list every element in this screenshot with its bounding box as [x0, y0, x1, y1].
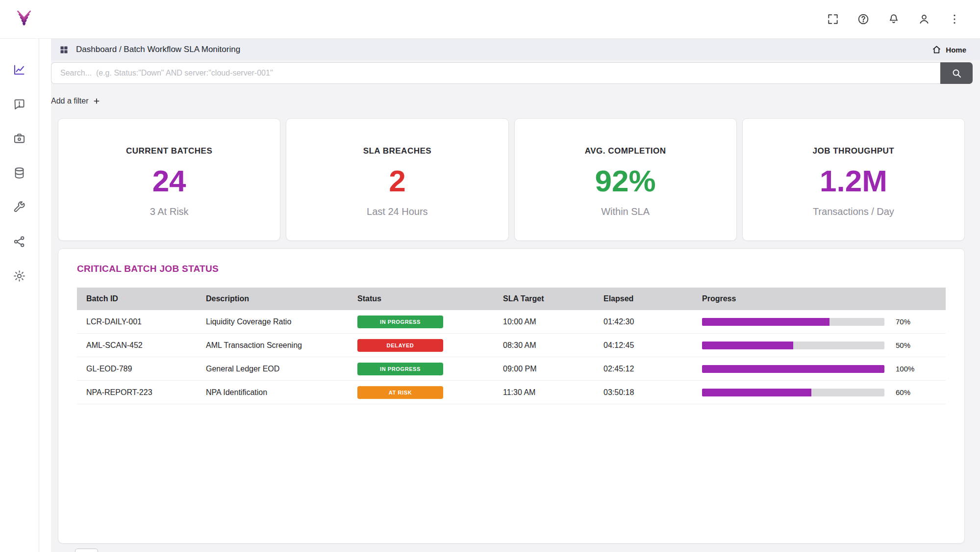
help-icon	[857, 13, 870, 26]
page-size-select[interactable]: 10	[75, 549, 98, 552]
table-row: GL-EOD-789General Ledger EODIN PROGRESS0…	[77, 357, 946, 381]
table-body: LCR-DAILY-001Liquidity Coverage RatioIN …	[77, 310, 946, 404]
cell-sla-target: 11:30 AM	[503, 388, 603, 397]
search-bar	[51, 62, 973, 84]
home-link[interactable]: Home	[931, 45, 966, 55]
sidebar-item-tools[interactable]	[11, 199, 28, 215]
kpi-card-avg-completion: AVG. COMPLETION92%Within SLA	[514, 118, 737, 241]
table-header-row: Batch IDDescriptionStatusSLA TargetElaps…	[77, 288, 946, 310]
column-header-elapsed: Elapsed	[603, 294, 702, 303]
breadcrumb-bar: Dashboard / Batch Workflow SLA Monitorin…	[51, 39, 980, 60]
app-body: Dashboard / Batch Workflow SLA Monitorin…	[0, 39, 980, 552]
kpi-subtitle: 3 At Risk	[58, 206, 280, 217]
kpi-title: SLA BREACHES	[286, 146, 508, 156]
add-filter-button[interactable]: Add a filter	[51, 97, 101, 105]
help-button[interactable]	[855, 11, 871, 27]
kpi-value: 1.2M	[743, 166, 964, 196]
cell-status: DELAYED	[357, 339, 503, 352]
column-header-description: Description	[206, 294, 357, 303]
cell-status: AT RISK	[357, 386, 503, 399]
status-badge: DELAYED	[357, 339, 443, 352]
progress-label: 70%	[896, 317, 910, 326]
sidebar-item-database[interactable]	[11, 164, 28, 181]
cell-progress: 70%	[702, 317, 946, 326]
settings-icon	[13, 269, 26, 283]
cell-progress: 60%	[702, 388, 946, 396]
cell-batch-id: AML-SCAN-452	[77, 341, 206, 350]
cell-progress: 100%	[702, 365, 946, 373]
line-chart-icon	[13, 63, 26, 77]
cell-sla-target: 10:00 AM	[503, 317, 603, 326]
cell-status: IN PROGRESS	[357, 363, 503, 375]
kpi-subtitle: Last 24 Hours	[286, 206, 508, 217]
topbar-actions	[825, 11, 962, 27]
panel-title: CRITICAL BATCH JOB STATUS	[77, 263, 946, 274]
kpi-title: AVG. COMPLETION	[515, 146, 736, 156]
kpi-card-current-batches: CURRENT BATCHES243 At Risk	[58, 118, 280, 241]
breadcrumb-left: Dashboard / Batch Workflow SLA Monitorin…	[59, 45, 240, 55]
cell-elapsed: 04:12:45	[603, 341, 702, 350]
profile-button[interactable]	[916, 11, 932, 27]
message-alert-icon	[13, 98, 26, 111]
more-options-button[interactable]	[947, 11, 962, 27]
kpi-subtitle: Transactions / Day	[743, 206, 964, 217]
search-input[interactable]	[51, 62, 940, 84]
sidebar-item-settings[interactable]	[11, 267, 28, 284]
cell-sla-target: 09:00 PM	[503, 365, 603, 373]
status-badge: IN PROGRESS	[357, 315, 443, 328]
batch-job-status-panel: CRITICAL BATCH JOB STATUS Batch IDDescri…	[58, 248, 965, 544]
kpi-value: 92%	[515, 166, 736, 196]
kpi-row: CURRENT BATCHES243 At RiskSLA BREACHES2L…	[58, 118, 965, 241]
grid-icon[interactable]	[59, 45, 69, 55]
search-button[interactable]	[940, 62, 973, 84]
sidebar-item-share[interactable]	[11, 233, 28, 250]
plus-icon	[93, 97, 101, 105]
add-filter-label: Add a filter	[51, 97, 88, 105]
fullscreen-icon	[827, 13, 839, 26]
sidebar-item-jobs[interactable]	[11, 130, 28, 147]
cell-progress: 50%	[702, 341, 946, 349]
workspace: Add a filter CURRENT BATCHES243 At RiskS…	[51, 60, 980, 552]
batch-jobs-icon	[13, 132, 26, 145]
progress-bar	[702, 389, 884, 396]
kpi-card-sla-breaches: SLA BREACHES2Last 24 Hours	[286, 118, 508, 241]
kpi-subtitle: Within SLA	[515, 206, 736, 217]
cell-batch-id: GL-EOD-789	[77, 365, 206, 373]
brand-logo-icon	[13, 8, 35, 30]
column-header-status: Status	[357, 294, 503, 303]
database-icon	[13, 166, 26, 180]
home-label: Home	[946, 46, 966, 54]
progress-bar	[702, 365, 884, 373]
topbar	[0, 0, 980, 39]
cell-elapsed: 03:50:18	[603, 388, 702, 397]
progress-label: 100%	[896, 365, 914, 373]
kpi-title: CURRENT BATCHES	[58, 146, 280, 156]
more-options-icon	[948, 13, 961, 26]
status-badge: AT RISK	[357, 386, 443, 399]
progress-label: 60%	[896, 388, 910, 396]
home-icon	[931, 45, 942, 55]
progress-bar	[702, 342, 884, 349]
tools-icon	[13, 201, 26, 214]
column-header-progress: Progress	[702, 294, 946, 303]
breadcrumb: Dashboard / Batch Workflow SLA Monitorin…	[76, 45, 240, 54]
cell-elapsed: 01:42:30	[603, 317, 702, 326]
fullscreen-button[interactable]	[825, 11, 841, 27]
notifications-button[interactable]	[886, 11, 902, 27]
share-icon	[13, 235, 26, 248]
cell-description: General Ledger EOD	[206, 365, 357, 373]
notifications-icon	[887, 13, 900, 26]
sidebar-item-alerts[interactable]	[11, 96, 28, 112]
progress-label: 50%	[896, 341, 910, 349]
kpi-value: 24	[58, 166, 280, 196]
table-row: AML-SCAN-452AML Transaction ScreeningDEL…	[77, 334, 946, 357]
cell-status: IN PROGRESS	[357, 315, 503, 328]
status-badge: IN PROGRESS	[357, 363, 443, 375]
table-row: LCR-DAILY-001Liquidity Coverage RatioIN …	[77, 310, 946, 334]
sidebar-nav	[0, 39, 39, 552]
sidebar-item-dashboard[interactable]	[11, 61, 28, 78]
job-table: Batch IDDescriptionStatusSLA TargetElaps…	[77, 288, 946, 404]
main-content: Dashboard / Batch Workflow SLA Monitorin…	[39, 39, 980, 552]
cell-description: AML Transaction Screening	[206, 341, 357, 350]
kpi-card-job-throughput: JOB THROUGHPUT1.2MTransactions / Day	[742, 118, 965, 241]
